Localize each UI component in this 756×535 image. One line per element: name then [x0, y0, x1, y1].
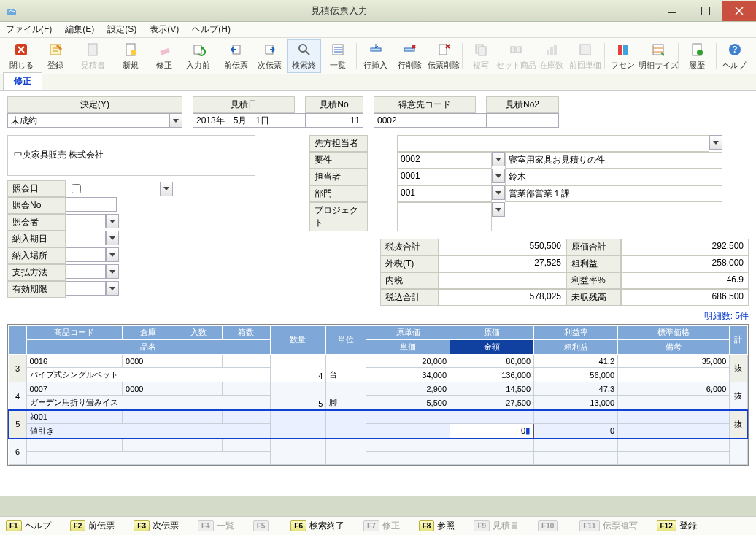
- detail-grid[interactable]: 商品コード 倉庫 入数 箱数 数量 単位 原単価 原価 利益率 標準価格 計 品…: [7, 324, 749, 466]
- cell-gp[interactable]: 0: [534, 423, 618, 439]
- cell-name[interactable]: パイプ式シングルベット: [26, 368, 270, 382]
- fkey-f8[interactable]: F8参照: [419, 520, 455, 532]
- tb-detail-size[interactable]: 明細サイズ: [640, 39, 676, 73]
- cell-remarks[interactable]: [618, 396, 730, 411]
- cell-uprice[interactable]: 34,000: [366, 368, 450, 382]
- cell-remarks[interactable]: [618, 423, 730, 439]
- cell-unit[interactable]: 台: [326, 355, 366, 382]
- fkey-f6[interactable]: F6検索終了: [290, 520, 344, 532]
- cell-box[interactable]: [222, 382, 270, 396]
- cell-cost[interactable]: [450, 410, 534, 423]
- tb-new[interactable]: 新規: [114, 39, 148, 73]
- table-row[interactable]: [9, 452, 747, 465]
- tb-close[interactable]: 閉じる: [4, 39, 39, 73]
- cell-name[interactable]: 値引き: [26, 423, 270, 439]
- contact-value[interactable]: [397, 135, 709, 152]
- fkey-f1[interactable]: F1ヘルプ: [6, 520, 51, 532]
- fkey-f3[interactable]: F3次伝票: [134, 520, 179, 532]
- tb-list[interactable]: 一覧: [321, 39, 355, 73]
- cust-code-input[interactable]: [374, 113, 490, 128]
- cell-uprice[interactable]: 5,500: [366, 396, 450, 411]
- tb-slip-delete[interactable]: 伝票削除: [426, 39, 460, 73]
- cell-mrate[interactable]: 47.3: [534, 382, 618, 396]
- cell-ucost[interactable]: [366, 410, 450, 423]
- delivery-place-input[interactable]: [66, 247, 106, 262]
- cell-inqty[interactable]: [174, 439, 223, 452]
- est-date-input[interactable]: [193, 113, 309, 128]
- cell-uprice[interactable]: [366, 423, 450, 439]
- cell-gp[interactable]: 13,000: [534, 396, 618, 411]
- cell-unit[interactable]: [326, 439, 366, 465]
- payment-input[interactable]: [66, 264, 106, 279]
- minimize-button[interactable]: [655, 1, 689, 21]
- tb-register[interactable]: 登録: [39, 39, 73, 73]
- table-row[interactable]: 5 ﾈ001 抜: [9, 410, 747, 423]
- cell-ucost[interactable]: [366, 439, 450, 452]
- cell-name[interactable]: [26, 452, 270, 465]
- menu-file[interactable]: ファイル(F): [6, 23, 52, 36]
- tb-set-item[interactable]: セット商品: [498, 39, 534, 73]
- decision-input[interactable]: [7, 113, 169, 128]
- cell-code[interactable]: ﾈ001: [26, 410, 122, 423]
- fkey-f4[interactable]: F4一覧: [198, 520, 234, 532]
- tb-help[interactable]: ?ヘルプ: [718, 39, 752, 73]
- est-no-input[interactable]: [305, 113, 363, 128]
- fkey-f10[interactable]: F10: [538, 520, 560, 531]
- tb-search-end[interactable]: 検索終: [287, 39, 321, 73]
- fkey-f9[interactable]: F9見積書: [474, 520, 519, 532]
- validity-input[interactable]: [66, 281, 106, 296]
- fkey-f11[interactable]: F11伝票複写: [579, 520, 637, 532]
- tb-prev[interactable]: 前伝票: [219, 39, 253, 73]
- cell-whs[interactable]: [123, 410, 174, 423]
- tb-stock[interactable]: 在庫数: [534, 39, 568, 73]
- cell-qty[interactable]: [270, 410, 326, 439]
- close-button[interactable]: [722, 1, 756, 21]
- fkey-f12[interactable]: F12登録: [657, 520, 697, 532]
- cell-cost[interactable]: 80,000: [450, 355, 534, 368]
- inquirer-input[interactable]: [66, 214, 106, 228]
- maximize-button[interactable]: [689, 1, 722, 21]
- tb-next[interactable]: 次伝票: [253, 39, 288, 73]
- cell-code[interactable]: 0007: [26, 382, 122, 396]
- cell-inqty[interactable]: [174, 382, 223, 396]
- fkey-f5[interactable]: F5: [253, 520, 272, 531]
- inquirer-dropdown[interactable]: [106, 214, 119, 228]
- payment-dropdown[interactable]: [106, 264, 119, 279]
- cell-whs[interactable]: 0000: [123, 355, 174, 368]
- decision-dropdown[interactable]: [169, 113, 182, 128]
- cell-cost[interactable]: [450, 439, 534, 452]
- cell-box[interactable]: [222, 355, 270, 368]
- validity-dropdown[interactable]: [106, 281, 119, 296]
- subject-code[interactable]: 0002: [397, 152, 492, 169]
- cell-unit[interactable]: 脚: [326, 382, 366, 411]
- person-code[interactable]: 0001: [397, 169, 492, 185]
- cell-std[interactable]: 6,000: [618, 382, 730, 396]
- cell-cost[interactable]: 14,500: [450, 382, 534, 396]
- cell-amount[interactable]: 0▮: [450, 423, 534, 439]
- cell-mrate[interactable]: 41.2: [534, 355, 618, 368]
- cell-qty[interactable]: 5: [270, 382, 326, 411]
- cell-uprice[interactable]: [366, 452, 450, 465]
- cell-ucost[interactable]: 20,000: [366, 355, 450, 368]
- project-dropdown[interactable]: [492, 202, 505, 217]
- person-dropdown[interactable]: [492, 169, 505, 183]
- table-row[interactable]: 値引き 0▮ 0: [9, 423, 747, 439]
- inquiry-date-dropdown[interactable]: [160, 182, 173, 196]
- cell-name[interactable]: ガーデン用折り畳みイス: [26, 396, 270, 411]
- cell-amount[interactable]: 136,000: [450, 368, 534, 382]
- cell-gp[interactable]: 56,000: [534, 368, 618, 382]
- tb-correct[interactable]: 修正: [147, 39, 182, 73]
- delivery-date-dropdown[interactable]: [106, 231, 119, 245]
- tb-estimate-sheet[interactable]: 見積書: [76, 39, 110, 73]
- menu-edit[interactable]: 編集(E): [65, 23, 94, 36]
- dept-dropdown[interactable]: [492, 185, 505, 200]
- menu-view[interactable]: 表示(V): [150, 23, 179, 36]
- cell-remarks[interactable]: [618, 368, 730, 382]
- table-row[interactable]: ガーデン用折り畳みイス 5,500 27,500 13,000: [9, 396, 747, 411]
- delivery-date-input[interactable]: [66, 231, 106, 245]
- cell-std[interactable]: [618, 439, 730, 452]
- table-row[interactable]: 6: [9, 439, 747, 452]
- tb-row-insert[interactable]: 行挿入: [358, 39, 393, 73]
- tb-before-input[interactable]: 入力前: [182, 39, 216, 73]
- cell-code[interactable]: 0016: [26, 355, 122, 368]
